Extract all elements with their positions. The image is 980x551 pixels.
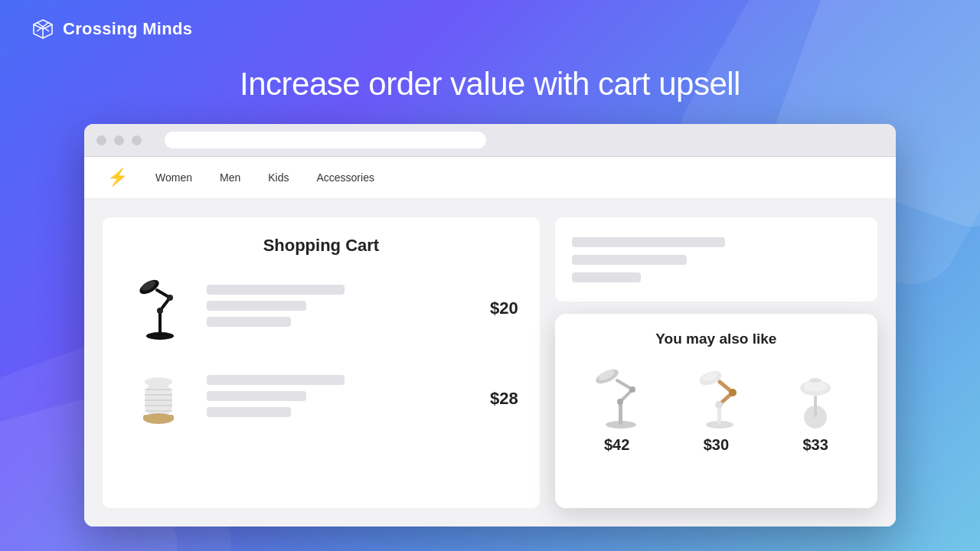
logo-icon: [31, 17, 55, 41]
svg-point-16: [145, 377, 172, 386]
white-lamp-svg: [128, 367, 189, 432]
upsell-product-2-image: [674, 361, 758, 430]
svg-rect-1: [158, 311, 162, 336]
wood-lamp-svg: [678, 365, 754, 430]
upsell-product-1-image: [575, 361, 659, 430]
upsell-title: You may also like: [573, 331, 859, 347]
svg-point-37: [809, 378, 822, 383]
globe-lamp-svg: [781, 365, 850, 430]
cart-item-2-image: [124, 364, 193, 433]
top-right-skeleton-2: [572, 255, 687, 265]
cart-item-1-desc-skeleton: [207, 301, 306, 311]
site-logo-icon: ⚡: [107, 168, 128, 187]
svg-point-29: [729, 389, 737, 396]
cart-item-2-details: [207, 375, 462, 423]
upsell-product-1-price: $42: [604, 436, 629, 454]
browser-dot-red: [96, 135, 106, 145]
svg-point-21: [629, 386, 635, 393]
browser-dot-green: [132, 135, 142, 145]
upsell-product-3[interactable]: $33: [773, 361, 858, 454]
svg-point-30: [715, 401, 723, 409]
upsell-product-2[interactable]: $30: [674, 361, 758, 454]
cart-title: Shopping Cart: [124, 236, 518, 256]
logo-area: Crossing Minds: [31, 17, 192, 41]
nav-item-men[interactable]: Men: [220, 171, 240, 184]
cart-item-1-details: [207, 285, 462, 333]
silver-lamp-svg: [579, 365, 655, 430]
svg-point-4: [167, 295, 173, 301]
svg-point-5: [157, 308, 163, 314]
upsell-product-3-image: [773, 361, 858, 430]
top-right-panel: [555, 217, 877, 302]
upsell-products: $42: [573, 361, 859, 454]
cart-item-1: $20: [124, 274, 518, 343]
black-lamp-svg: [128, 276, 189, 341]
browser-window: ⚡ Women Men Kids Accessories Shopping Ca…: [84, 124, 896, 527]
hero-title: Increase order value with cart upsell: [0, 66, 980, 103]
cart-item-2-price: $28: [476, 389, 518, 409]
top-bar: Crossing Minds: [0, 0, 980, 58]
cart-panel: Shopping Cart: [103, 217, 540, 508]
cart-item-1-price: $20: [476, 298, 518, 318]
cart-item-2-desc-skeleton: [207, 391, 306, 401]
nav-item-accessories[interactable]: Accessories: [316, 171, 374, 184]
svg-rect-15: [143, 415, 174, 420]
nav-item-kids[interactable]: Kids: [268, 171, 289, 184]
site-content: Shopping Cart: [84, 199, 896, 527]
browser-dot-yellow: [114, 135, 124, 145]
nav-item-women[interactable]: Women: [155, 171, 192, 184]
svg-point-22: [617, 399, 623, 405]
top-right-skeleton-1: [572, 237, 725, 247]
cart-item-1-name-skeleton: [207, 285, 345, 295]
cart-item-2-name-skeleton: [207, 375, 345, 385]
right-panels: You may also like: [555, 217, 877, 508]
upsell-product-3-price: $33: [802, 436, 828, 454]
svg-rect-18: [619, 402, 622, 425]
cart-item-1-size-skeleton: [207, 317, 291, 327]
cart-item-1-image: [124, 274, 193, 343]
top-right-skeleton-3: [572, 272, 641, 282]
upsell-product-2-price: $30: [704, 436, 729, 454]
svg-rect-34: [814, 396, 817, 417]
site-nav: ⚡ Women Men Kids Accessories: [84, 157, 896, 199]
cart-item-2-size-skeleton: [207, 407, 291, 417]
svg-point-36: [804, 381, 827, 392]
upsell-panel: You may also like: [555, 314, 877, 508]
browser-address-bar: [165, 132, 486, 148]
logo-text: Crossing Minds: [63, 19, 192, 39]
upsell-product-1[interactable]: $42: [575, 361, 659, 454]
cart-item-2: $28: [124, 364, 518, 433]
browser-titlebar: [84, 124, 896, 157]
